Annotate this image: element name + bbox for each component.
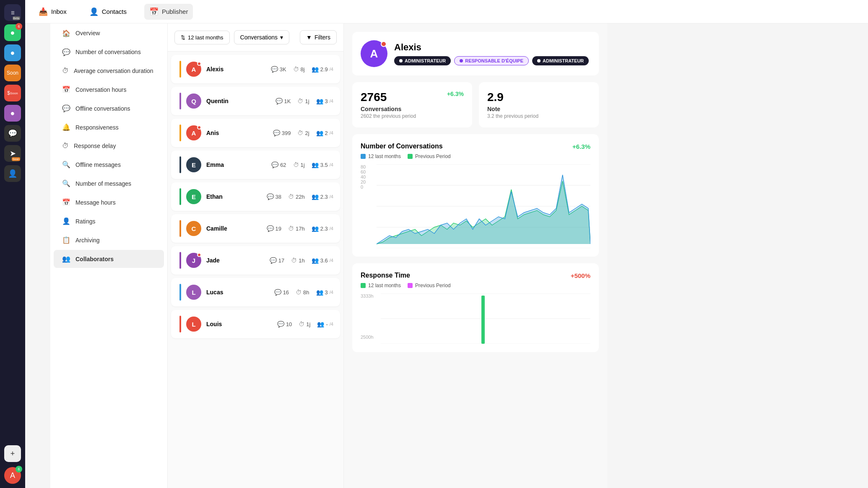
sidebar-item-num-conversations[interactable]: 💬 Number of conversations	[54, 43, 164, 61]
sidebar-item-message-hours[interactable]: 📅 Message hours	[54, 193, 164, 211]
list-item[interactable]: L Louis 💬 10 ⏱ 1j 👥 - /4	[171, 310, 340, 338]
conv-messages-stat: 💬 62	[271, 161, 286, 168]
online-dot	[197, 62, 201, 66]
category-selector[interactable]: Conversations ▾	[234, 30, 290, 44]
people-icon[interactable]: 👤	[4, 165, 21, 182]
online-dot	[197, 125, 201, 130]
sidebar-item-offline-conv[interactable]: 💬 Offline conversations	[54, 99, 164, 117]
conv-time-value: 1j	[301, 162, 305, 168]
list-item[interactable]: L Lucas 💬 16 ⏱ 8h 👥 3 /4	[171, 278, 340, 306]
list-item[interactable]: Q Quentin 💬 1K ⏱ 1j 👥 3 /4	[171, 87, 340, 115]
calendar-icon: 📅	[62, 86, 70, 93]
purple-app-icon[interactable]: ●	[4, 105, 21, 122]
conv-bar	[179, 61, 181, 78]
conv-time-stat: ⏱ 1j	[299, 321, 310, 327]
sidebar-response-delay-label: Response delay	[74, 142, 116, 150]
time-icon: ⏱	[297, 130, 303, 136]
profile-name: Alexis	[394, 42, 590, 53]
list-item[interactable]: C Camille 💬 19 ⏱ 17h 👥 2.3 /4	[171, 214, 340, 243]
conversations-chart-section: Number of Conversations +6.3% 12 last mo…	[352, 134, 599, 257]
chat-icon[interactable]: 💬	[4, 125, 21, 142]
conv-stats: 💬 16 ⏱ 8h 👥 3 /4	[274, 289, 333, 296]
user-avatar-icon[interactable]: A 6	[4, 467, 21, 484]
filters-button[interactable]: ▼ Filters	[300, 30, 337, 44]
sidebar-item-ratings[interactable]: 👤 Ratings	[54, 212, 164, 230]
main-layout: 🏠 Overview 💬 Number of conversations ⏱ A…	[50, 23, 607, 488]
sidebar-item-offline-messages[interactable]: 🔍 Offline messages	[54, 156, 164, 174]
sidebar-ratings-label: Ratings	[75, 218, 95, 225]
search-icon: 🔍	[62, 161, 70, 169]
conv-rating-value: 2	[325, 130, 328, 136]
sidebar-item-archiving[interactable]: 📋 Archiving	[54, 231, 164, 249]
conv-avatar: E	[186, 157, 201, 172]
rating-icon: 👥	[316, 289, 323, 296]
conv-messages-value: 17	[278, 257, 284, 264]
profile-badge: RESPONSABLE D'ÉQUIPE	[454, 56, 529, 65]
legend-previous: Previous Period	[408, 153, 451, 159]
conv-time-value: 1j	[305, 98, 309, 104]
conv-rating-frac: /4	[330, 258, 333, 263]
nav-publisher[interactable]: 📅 Publisher	[144, 4, 193, 20]
conv-name: Emma	[206, 161, 266, 168]
sidebar-item-overview-label: Overview	[75, 29, 100, 37]
list-item[interactable]: E Emma 💬 62 ⏱ 1j 👥 3.5 /4	[171, 151, 340, 179]
conversations-chart-header: Number of Conversations +6.3%	[361, 143, 590, 150]
sidebar-item-response-delay[interactable]: ⏱ Response delay	[54, 137, 164, 155]
time-icon: ⏱	[291, 257, 297, 264]
archive-icon: 📋	[62, 236, 70, 244]
nav-contacts[interactable]: 👤 Contacts	[84, 4, 132, 20]
profile-badge: ADMINISTRATEUR	[532, 56, 589, 65]
timer-icon: ⏱	[62, 142, 69, 150]
conv-messages-stat: 💬 10	[277, 321, 292, 327]
sidebar-item-collaborators[interactable]: 👥 Collaborators	[54, 250, 164, 268]
conv-messages-stat: 💬 3K	[271, 66, 286, 73]
conv-rating-stat: 👥 2 /4	[316, 130, 333, 136]
conv-rating-value: 2.3	[320, 194, 328, 200]
list-item[interactable]: A Alexis 💬 3K ⏱ 8j 👥 2.9 /4	[171, 55, 340, 83]
list-item[interactable]: J Jade 💬 17 ⏱ 1h 👥 3.6 /4	[171, 246, 340, 275]
rating-icon: 👥	[316, 98, 323, 104]
conv-time-value: 8h	[303, 289, 309, 296]
message-count-icon: 🔍	[62, 179, 70, 187]
resp-legend-previous: Previous Period	[408, 283, 451, 288]
sidebar-item-overview[interactable]: 🏠 Overview	[54, 24, 164, 42]
green-app-icon[interactable]: ● 6	[4, 24, 21, 41]
period-selector[interactable]: ⇅ 12 last months	[174, 31, 230, 44]
list-item[interactable]: E Ethan 💬 38 ⏱ 22h 👥 2.3 /4	[171, 182, 340, 211]
list-item[interactable]: A Anis 💬 399 ⏱ 2j 👥 2 /4	[171, 119, 340, 147]
sidebar-num-conv-label: Number of conversations	[75, 48, 141, 56]
response-time-chart-area	[381, 293, 590, 344]
conv-avatar: Q	[186, 93, 201, 109]
conv-stats: 💬 38 ⏱ 22h 👥 2.3 /4	[267, 193, 333, 200]
sidebar-item-num-messages[interactable]: 🔍 Number of messages	[54, 174, 164, 192]
middle-panel: ⇅ 12 last months Conversations ▾ ▼ Filte…	[168, 23, 344, 488]
conv-name: Lucas	[206, 289, 269, 296]
conv-rating-frac: /4	[330, 67, 333, 72]
publisher-icon: 📅	[149, 7, 159, 16]
conv-avatar: J	[186, 253, 201, 268]
app-logo-icon[interactable]: ☰ Beta	[4, 4, 21, 21]
conv-bar	[179, 284, 181, 301]
legend-previous-dot	[408, 154, 413, 159]
message-icon: 💬	[267, 225, 274, 232]
conv-rating-value: -	[326, 321, 327, 327]
nav-inbox[interactable]: 📥 Inbox	[34, 4, 72, 20]
sidebar-item-responsiveness[interactable]: 🔔 Responsiveness	[54, 118, 164, 136]
red-app-icon[interactable]: $Soon	[4, 85, 21, 101]
sidebar-item-conv-hours[interactable]: 📅 Conversation hours	[54, 80, 164, 99]
blue-app-icon[interactable]: ●	[4, 44, 21, 61]
conv-time-value: 1h	[299, 257, 304, 264]
conv-messages-value: 19	[275, 226, 281, 232]
orange-app-icon[interactable]: Soon	[4, 65, 21, 81]
conversations-previous: 2602 the previous period	[361, 113, 464, 119]
conv-name: Louis	[206, 321, 272, 327]
send-icon[interactable]: ➤ Soon	[4, 145, 21, 162]
profile-info: Alexis ADMINISTRATEURRESPONSABLE D'ÉQUIP…	[394, 42, 590, 65]
sidebar-item-avg-duration[interactable]: ⏱ Average conversation duration	[54, 62, 164, 80]
conv-time-value: 22h	[296, 194, 305, 200]
sidebar-archiving-label: Archiving	[75, 236, 100, 244]
conv-time-stat: ⏱ 8h	[296, 289, 309, 296]
plus-icon[interactable]: +	[4, 445, 21, 462]
conv-rating-frac: /4	[330, 194, 333, 199]
conv-rating-stat: 👥 2.3 /4	[312, 193, 333, 200]
